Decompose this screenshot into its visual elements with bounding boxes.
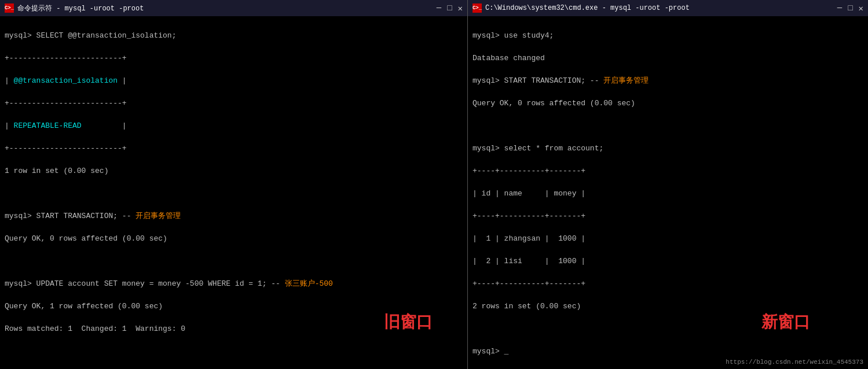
right-window: C>_ C:\Windows\system32\cmd.exe - mysql … <box>468 0 868 369</box>
left-line-12: mysql> UPDATE account SET money = money … <box>5 278 463 290</box>
left-maximize-button[interactable]: □ <box>447 3 452 13</box>
right-line-4: Query OK, 0 rows affected (0.00 sec) <box>473 98 863 109</box>
left-watermark: 旧窗口 <box>384 310 433 334</box>
right-watermark: 新窗口 <box>761 310 810 334</box>
left-titlebar-left: C>_ 命令提示符 - mysql -uroot -proot <box>5 3 144 13</box>
right-line-1: mysql> use study4; <box>473 30 863 42</box>
left-titlebar-controls[interactable]: ─ □ ✕ <box>437 3 463 13</box>
right-cmd-icon: C>_ <box>473 3 482 13</box>
left-close-button[interactable]: ✕ <box>458 3 463 13</box>
left-line-10: Query OK, 0 rows affected (0.00 sec) <box>5 233 463 245</box>
left-line-6: +-------------------------+ <box>5 143 463 154</box>
right-titlebar: C>_ C:\Windows\system32\cmd.exe - mysql … <box>468 0 868 16</box>
right-title: C:\Windows\system32\cmd.exe - mysql -uro… <box>485 4 690 12</box>
right-line-6: mysql> select * from account; <box>473 143 863 154</box>
right-line-2: Database changed <box>473 53 863 64</box>
right-line-15: mysql> _ <box>473 346 863 357</box>
right-line-3: mysql> START TRANSACTION; -- 开启事务管理 <box>473 75 863 87</box>
left-line-8 <box>5 188 463 200</box>
right-terminal-body: mysql> use study4; Database changed mysq… <box>468 16 868 369</box>
left-terminal-body: mysql> SELECT @@transaction_isolation; +… <box>0 16 467 369</box>
left-line-7: 1 row in set (0.00 sec) <box>5 165 463 177</box>
right-line-12: +----+----------+-------+ <box>473 278 863 290</box>
right-url-bar: https://blog.csdn.net/weixin_4545373 <box>726 357 863 367</box>
left-line-5: | REPEATABLE-READ | <box>5 120 463 132</box>
right-minimize-button[interactable]: ─ <box>837 3 842 13</box>
left-line-11 <box>5 256 463 267</box>
right-maximize-button[interactable]: □ <box>848 3 852 13</box>
right-line-5 <box>473 120 863 132</box>
left-line-2: +-------------------------+ <box>5 53 463 64</box>
right-line-7: +----+----------+-------+ <box>473 165 863 177</box>
right-close-button[interactable]: ✕ <box>859 3 863 13</box>
left-minimize-button[interactable]: ─ <box>437 3 441 13</box>
right-line-8: | id | name | money | <box>473 188 863 200</box>
left-line-3: | @@transaction_isolation | <box>5 75 463 87</box>
left-line-1: mysql> SELECT @@transaction_isolation; <box>5 30 463 42</box>
right-line-10: | 1 | zhangsan | 1000 | <box>473 233 863 245</box>
left-line-9: mysql> START TRANSACTION; -- 开启事务管理 <box>5 211 463 222</box>
left-line-4: +-------------------------+ <box>5 98 463 109</box>
right-titlebar-left: C>_ C:\Windows\system32\cmd.exe - mysql … <box>473 3 690 13</box>
left-window: C>_ 命令提示符 - mysql -uroot -proot ─ □ ✕ my… <box>0 0 468 369</box>
left-titlebar: C>_ 命令提示符 - mysql -uroot -proot ─ □ ✕ <box>0 0 467 16</box>
left-cmd-icon: C>_ <box>5 3 14 13</box>
right-titlebar-controls[interactable]: ─ □ ✕ <box>837 3 863 13</box>
left-line-15 <box>5 346 463 357</box>
left-title: 命令提示符 - mysql -uroot -proot <box>17 3 144 13</box>
right-line-11: | 2 | lisi | 1000 | <box>473 256 863 267</box>
right-line-9: +----+----------+-------+ <box>473 211 863 222</box>
